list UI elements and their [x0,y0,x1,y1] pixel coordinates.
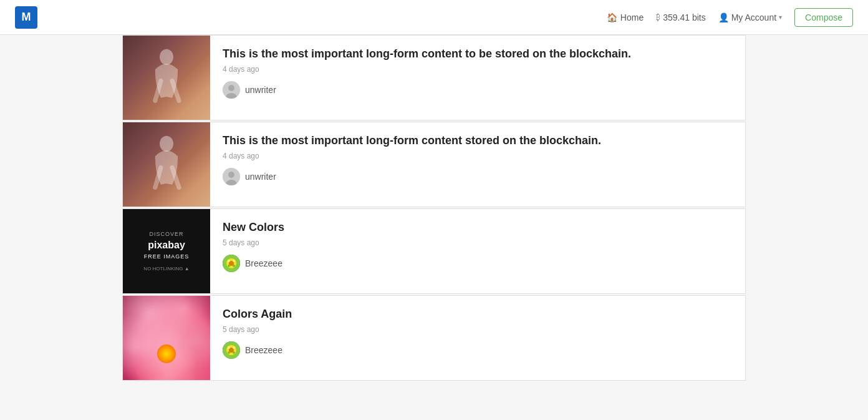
post-info: New Colors 5 days ago Breezeee [210,209,745,293]
post-card[interactable]: This is the most important long-form con… [122,35,746,120]
my-account-label: My Account [731,12,776,22]
author-name: unwriter [245,172,276,182]
post-thumbnail: DISCOVER pixabay FREE IMAGES NO HOTLINKI… [123,209,210,293]
post-time: 4 days ago [223,65,733,74]
post-title: New Colors [223,220,733,235]
post-card[interactable]: DISCOVER pixabay FREE IMAGES NO HOTLINKI… [122,208,746,294]
svg-point-21 [233,351,235,354]
svg-point-11 [228,260,230,262]
post-time: 4 days ago [223,152,733,160]
pixabay-discover: DISCOVER [149,231,183,237]
author-avatar [223,255,240,272]
post-time: 5 days ago [223,325,733,334]
pixabay-free: FREE IMAGES [144,253,190,260]
post-info: This is the most important long-form con… [210,122,745,207]
bitcoin-icon: ₿ [656,12,660,22]
pixabay-hotlink: NO HOTLINKING ▲ [143,266,189,271]
svg-point-2 [228,85,234,91]
user-icon: 👤 [718,12,729,22]
post-author[interactable]: Breezeee [223,341,733,359]
post-author[interactable]: unwriter [223,168,733,185]
post-card[interactable]: This is the most important long-form con… [122,122,746,207]
post-author[interactable]: Breezeee [223,255,733,272]
pixabay-logo: pixabay [148,240,185,251]
svg-point-20 [228,351,230,354]
svg-point-14 [233,265,235,267]
svg-point-0 [160,49,173,64]
author-name: Breezeee [245,258,282,268]
post-thumbnail [123,36,210,120]
post-title: This is the most important long-form con… [223,134,733,148]
post-time: 5 days ago [223,238,733,247]
my-account-link[interactable]: 👤 My Account ▾ [718,12,782,22]
chevron-down-icon: ▾ [779,14,782,21]
compose-button[interactable]: Compose [794,8,853,27]
post-title: Colors Again [223,307,733,321]
home-label: Home [620,12,644,22]
navbar: M 🏠 Home ₿ 359.41 bits 👤 My Account ▾ Co… [0,0,868,35]
author-avatar [223,81,240,99]
post-author[interactable]: unwriter [223,81,733,99]
author-avatar [223,341,240,359]
home-link[interactable]: 🏠 Home [607,12,644,22]
home-icon: 🏠 [607,12,617,22]
svg-point-19 [233,346,235,349]
author-avatar [223,168,240,185]
author-name: Breezeee [245,345,282,355]
svg-point-12 [233,260,235,262]
logo[interactable]: M [15,6,37,29]
svg-point-6 [228,172,234,178]
svg-point-18 [228,346,230,349]
author-name: unwriter [245,85,276,95]
logo-letter: M [22,11,31,24]
bits-display: ₿ 359.41 bits [656,12,706,22]
post-info: This is the most important long-form con… [210,36,745,120]
post-title: This is the most important long-form con… [223,47,733,61]
post-info: Colors Again 5 days ago Breezeee [210,296,745,380]
content-area: This is the most important long-form con… [122,35,746,381]
navbar-left: M [15,6,37,29]
navbar-right: 🏠 Home ₿ 359.41 bits 👤 My Account ▾ Comp… [607,8,853,27]
post-thumbnail [123,122,210,207]
svg-point-4 [160,135,173,151]
svg-point-13 [228,265,230,267]
bits-amount: 359.41 bits [663,12,706,22]
post-thumbnail [123,296,210,380]
post-card[interactable]: Colors Again 5 days ago Breezeee [122,295,746,381]
